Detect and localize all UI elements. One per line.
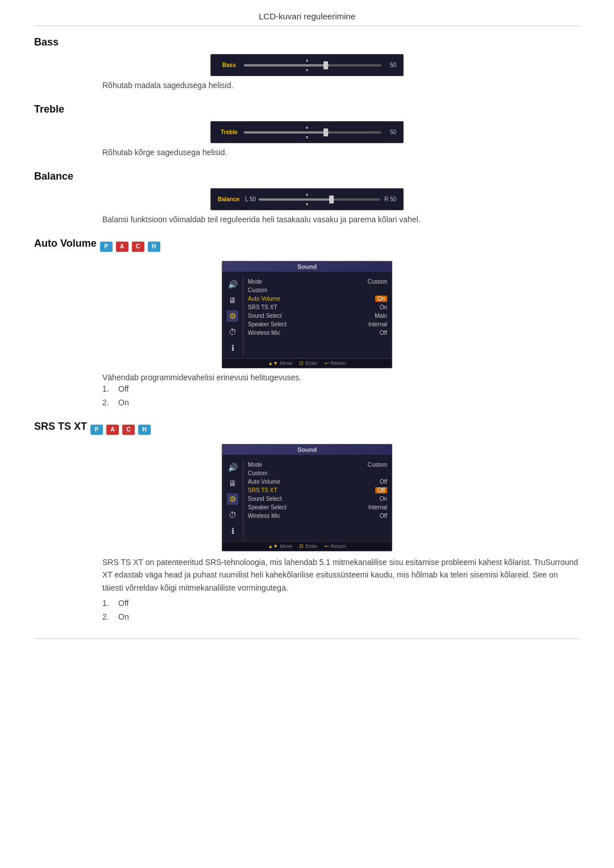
list-num-1: 1. xyxy=(102,384,113,393)
treble-slider-thumb xyxy=(323,128,328,136)
list-item: 2. On xyxy=(102,398,580,407)
bass-arrow-up: ▲ xyxy=(305,58,309,62)
srs-footer-enter: ⊡ Enter xyxy=(299,543,318,549)
auto-volume-description: Vähendab programmidevahelisi erinevusi h… xyxy=(102,373,580,382)
bass-slider-label: Bass xyxy=(218,62,240,68)
treble-slider-inner: Treble 50 xyxy=(218,129,396,135)
srs-footer-return: ↩ Return xyxy=(325,543,346,549)
bass-slider-track[interactable] xyxy=(244,64,381,67)
srs-osd-icons: 🔊 🖥 ⚙ ⏱ ℹ xyxy=(222,459,243,539)
auto-volume-osd-icons: 🔊 🖥 ⚙ ⏱ ℹ xyxy=(222,276,243,356)
srs-list-text-off: Off xyxy=(118,599,128,608)
treble-heading: Treble xyxy=(34,103,580,115)
bass-section: Bass ▲ Bass 50 ▼ Rõhutab madala sageduse… xyxy=(34,36,580,90)
treble-section: Treble ▲ Treble 50 ▼ Rõhutab kõrge saged… xyxy=(34,103,580,157)
treble-arrow-down: ▼ xyxy=(305,135,309,139)
balance-slider-thumb xyxy=(329,196,334,203)
badge-a-srs: A xyxy=(106,425,119,435)
balance-description: Balansi funktsioon võimaldab teil regule… xyxy=(102,215,580,224)
srs-list: 1. Off 2. On xyxy=(102,599,580,621)
osd-row-mode: Mode Custom xyxy=(248,277,387,286)
srs-description-long: SRS TS XT on patenteeritud SRS-tehnoloog… xyxy=(102,556,580,594)
osd-key-speakerselect: Speaker Select xyxy=(248,321,287,327)
srs-osd-body: 🔊 🖥 ⚙ ⏱ ℹ Mode Custom Custom xyxy=(222,455,392,541)
auto-volume-osd-content: Mode Custom Custom Auto Volume On SRS xyxy=(243,276,392,356)
srs-enter-icon: ⊡ xyxy=(299,543,304,549)
auto-volume-osd-footer: ▲▼ Move ⊡ Enter ↩ Return xyxy=(222,358,392,368)
list-num-2: 2. xyxy=(102,398,113,407)
osd-footer-return: ↩ Return xyxy=(325,360,346,366)
osd-icon-info: ℹ xyxy=(227,342,238,354)
osd-icon-settings: ⚙ xyxy=(227,310,238,322)
srs-osd-row-mode: Mode Custom xyxy=(248,460,387,469)
treble-slider-value: 50 xyxy=(385,129,396,135)
osd-footer-return-label: Return xyxy=(331,360,346,366)
srs-osd-val-soundselect: On xyxy=(380,496,387,502)
balance-slider-track[interactable] xyxy=(259,198,380,201)
srs-return-icon: ↩ xyxy=(325,543,329,549)
list-item: 1. Off xyxy=(102,384,580,393)
srs-osd-key-srs: SRS TS XT xyxy=(248,487,277,493)
osd-icon-sound: 🔊 xyxy=(227,279,238,290)
list-item: 1. Off xyxy=(102,599,580,608)
move-icon: ▲▼ xyxy=(268,360,278,366)
srs-osd-row-wirelessmic: Wireless Mic Off xyxy=(248,512,387,520)
treble-slider-label: Treble xyxy=(218,129,240,135)
bass-slider-box: ▲ Bass 50 ▼ xyxy=(210,54,404,76)
srs-footer-enter-label: Enter xyxy=(305,543,318,549)
osd-key-wirelessmic: Wireless Mic xyxy=(248,330,280,336)
treble-slider-track[interactable] xyxy=(244,131,381,134)
balance-heading: Balance xyxy=(34,171,580,182)
badge-c-srs: C xyxy=(122,425,135,435)
osd-footer-enter: ⊡ Enter xyxy=(299,360,318,366)
osd-icon-sound-srs: 🔊 xyxy=(227,462,238,473)
srs-heading: SRS TS XT xyxy=(34,421,87,433)
osd-row-autovolume: Auto Volume On xyxy=(248,294,387,303)
osd-icon-timer: ⏱ xyxy=(227,326,238,338)
srs-osd-title: Sound xyxy=(222,445,392,455)
srs-osd-key-custom: Custom xyxy=(248,470,267,476)
srs-osd-row-autovolume: Auto Volume Off xyxy=(248,477,387,486)
srs-osd-key-speakerselect: Speaker Select xyxy=(248,504,287,510)
balance-arrow-down: ▼ xyxy=(305,202,309,206)
list-text-off-1: Off xyxy=(118,384,128,393)
srs-osd-key-mode: Mode xyxy=(248,462,262,468)
osd-val-mode: Custom xyxy=(368,279,387,285)
osd-footer-move: ▲▼ Move xyxy=(268,360,292,366)
srs-osd-row-custom: Custom xyxy=(248,469,387,477)
treble-slider-fill xyxy=(244,131,329,134)
page-container: LCD-kuvari reguleerimine Bass ▲ Bass 50 … xyxy=(0,0,614,868)
osd-val-autovolume: On xyxy=(375,296,387,302)
balance-slider-container: ▲ Balance L 50 R 50 ▼ xyxy=(34,188,580,210)
treble-slider-box: ▲ Treble 50 ▼ xyxy=(210,121,404,143)
osd-icon-info-srs: ℹ xyxy=(227,525,238,537)
srs-osd-val-wirelessmic: Off xyxy=(380,513,387,519)
srs-osd-val-autovolume: Off xyxy=(380,479,387,485)
badge-h-auto: H xyxy=(148,242,160,252)
srs-list-text-on: On xyxy=(118,612,129,621)
srs-heading-row: SRS TS XT P A C H xyxy=(34,421,580,438)
balance-l-label: L 50 xyxy=(245,196,256,202)
enter-icon: ⊡ xyxy=(299,360,304,366)
osd-val-speakerselect: Internal xyxy=(368,321,387,327)
auto-volume-section: Auto Volume P A C H Sound 🔊 🖥 ⚙ ⏱ ℹ xyxy=(34,238,580,407)
badge-p-auto: P xyxy=(100,242,113,252)
auto-volume-list: 1. Off 2. On xyxy=(102,384,580,407)
balance-r-label: R 50 xyxy=(383,196,396,202)
bass-heading: Bass xyxy=(34,36,580,48)
balance-section: Balance ▲ Balance L 50 R 50 ▼ Balansi fu… xyxy=(34,171,580,224)
balance-slider-box: ▲ Balance L 50 R 50 ▼ xyxy=(210,188,404,210)
osd-row-srs: SRS TS XT On xyxy=(248,303,387,312)
osd-row-speakerselect: Speaker Select Internal xyxy=(248,320,387,329)
srs-osd-val-speakerselect: Internal xyxy=(368,504,387,510)
treble-description: Rõhutab kõrge sagedusega helisid. xyxy=(102,148,580,157)
osd-key-custom: Custom xyxy=(248,287,267,293)
auto-volume-heading-row: Auto Volume P A C H xyxy=(34,238,580,255)
osd-icon-picture-srs: 🖥 xyxy=(227,477,238,489)
bass-slider-thumb xyxy=(323,61,328,69)
badge-a-auto: A xyxy=(116,242,128,252)
srs-list-num-2: 2. xyxy=(102,612,113,621)
osd-footer-move-label: Move xyxy=(280,360,292,366)
srs-footer-return-label: Return xyxy=(331,543,346,549)
return-icon: ↩ xyxy=(325,360,329,366)
